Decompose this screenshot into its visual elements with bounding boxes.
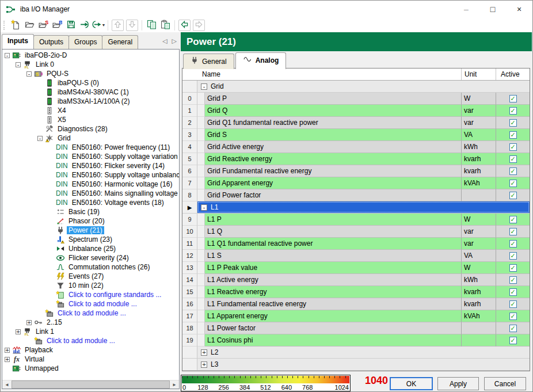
- active-checkbox[interactable]: ✓: [509, 264, 517, 272]
- active-checkbox[interactable]: ✓: [509, 313, 517, 320]
- signal-active-cell[interactable]: ✓: [496, 93, 530, 105]
- group-collapse-icon[interactable]: -: [201, 83, 207, 90]
- tree-expander-collapse-icon[interactable]: -: [37, 136, 43, 141]
- signal-name-cell[interactable]: Grid Q: [205, 105, 462, 117]
- import-button[interactable]: [78, 19, 92, 32]
- tree-item-link-1[interactable]: +FLLink 1: [2, 327, 179, 336]
- group-row-body[interactable]: +L2: [197, 347, 530, 358]
- paste-button[interactable]: [158, 19, 172, 32]
- tree-item-x4[interactable]: X4: [2, 106, 179, 115]
- signal-name-cell[interactable]: L1 S: [205, 250, 462, 262]
- signal-unit-cell[interactable]: W: [462, 214, 496, 226]
- signal-name-cell[interactable]: Grid Active energy: [205, 141, 462, 153]
- tree-item-click-to-add-module[interactable]: Click to add module ...: [2, 299, 179, 309]
- tree-item-en50160-flicker-severity-14[interactable]: DINEN50160: Flicker severity (14): [2, 161, 179, 170]
- signal-unit-cell[interactable]: kvarh: [462, 165, 496, 177]
- export-button[interactable]: ▼: [92, 19, 105, 32]
- ok-button[interactable]: OK: [390, 377, 433, 390]
- minimize-button[interactable]: –: [453, 1, 479, 18]
- group-row-body[interactable]: -L1: [197, 201, 530, 213]
- signal-name-cell[interactable]: Grid S: [205, 129, 462, 141]
- signal-unit-cell[interactable]: kVAh: [462, 177, 496, 189]
- signal-name-cell[interactable]: L1 P Peak value: [205, 262, 462, 274]
- open-b-button[interactable]: B: [50, 19, 64, 32]
- tree-horizontal-scrollbar[interactable]: ◄ ►: [2, 380, 179, 389]
- group-row-l2[interactable]: +L2: [182, 347, 530, 359]
- copy-button[interactable]: [144, 19, 158, 32]
- tree-item-en50160-supply-voltage-variation-13[interactable]: DINEN50160: Supply voltage variation (13…: [2, 152, 179, 161]
- signal-active-cell[interactable]: ✓: [496, 177, 530, 189]
- signal-row-13[interactable]: 13L1 P Peak valueW✓: [182, 262, 530, 274]
- signal-unit-cell[interactable]: var: [462, 117, 496, 129]
- tree-item-diagnostics-28[interactable]: Diagnostics (28): [2, 124, 179, 134]
- signal-active-cell[interactable]: ✓: [496, 117, 530, 129]
- apply-button[interactable]: Apply: [437, 377, 479, 390]
- signal-active-cell[interactable]: ✓: [496, 334, 530, 347]
- signal-name-cell[interactable]: L1 Apparent energy: [205, 310, 462, 322]
- active-checkbox[interactable]: ✓: [509, 95, 517, 102]
- move-down-button[interactable]: [126, 20, 138, 31]
- tree-item-playback[interactable]: +Playback: [2, 345, 179, 355]
- group-row-body[interactable]: +L3: [197, 359, 530, 370]
- signal-row-2[interactable]: 2Grid Q1 fundamental reactive powervar✓: [182, 117, 530, 129]
- signal-name-cell[interactable]: Grid Reactive energy: [205, 153, 462, 165]
- signal-row-7[interactable]: 7Grid Apparent energykVAh✓: [182, 177, 530, 189]
- tree-item-en50160-voltage-events-18[interactable]: DINEN50160: Voltage events (18): [2, 198, 179, 207]
- scrollbar-thumb[interactable]: [12, 380, 170, 389]
- signal-active-cell[interactable]: ✓: [496, 189, 530, 201]
- scroll-left-icon[interactable]: ◄: [2, 380, 12, 389]
- tree-item-events-27[interactable]: Events (27): [2, 272, 179, 281]
- signal-name-cell[interactable]: Grid Apparent energy: [205, 177, 462, 189]
- active-checkbox[interactable]: ✓: [509, 143, 517, 151]
- cancel-button[interactable]: Cancel: [484, 377, 526, 390]
- signal-row-5[interactable]: 5Grid Reactive energykvarh✓: [182, 153, 530, 165]
- active-checkbox[interactable]: ✓: [509, 155, 517, 163]
- tree-item-2-15[interactable]: +2..15: [2, 318, 179, 327]
- signal-row-18[interactable]: 18L1 Power factor✓: [182, 322, 530, 334]
- tab-scroll-right-icon[interactable]: ▷: [172, 37, 176, 45]
- group-expand-icon[interactable]: +: [201, 349, 207, 356]
- signal-active-cell[interactable]: ✓: [496, 141, 530, 153]
- tree-expander-expand-icon[interactable]: +: [16, 329, 21, 334]
- signal-row-9[interactable]: 9L1 PW✓: [182, 214, 530, 226]
- active-checkbox[interactable]: ✓: [509, 228, 517, 235]
- active-checkbox[interactable]: ✓: [509, 168, 517, 175]
- active-checkbox[interactable]: ✓: [509, 300, 517, 308]
- tree-expander-expand-icon[interactable]: +: [5, 348, 10, 353]
- tree-item-power-21[interactable]: Power (21): [2, 226, 179, 235]
- scroll-right-icon[interactable]: ►: [170, 380, 179, 389]
- group-row-l3[interactable]: +L3: [182, 359, 530, 371]
- signal-row-10[interactable]: 10L1 Qvar✓: [182, 226, 530, 238]
- tree-item-click-to-add-module[interactable]: Click to add module ...: [2, 309, 179, 318]
- signal-name-cell[interactable]: L1 Q1 fundamental reactive power: [205, 238, 462, 250]
- tree-item-grid[interactable]: -Grid: [2, 134, 179, 143]
- tree-expander-collapse-icon[interactable]: -: [5, 53, 10, 58]
- tree-item-virtual[interactable]: +fxVirtual: [2, 355, 179, 364]
- signal-name-cell[interactable]: Grid Fundamental reactive energy: [205, 165, 462, 177]
- column-header-active[interactable]: Active: [496, 68, 530, 80]
- signal-unit-cell[interactable]: VA: [462, 250, 496, 262]
- active-checkbox[interactable]: ✓: [509, 240, 517, 248]
- active-checkbox[interactable]: ✓: [509, 192, 517, 199]
- tab-inputs[interactable]: Inputs: [2, 34, 34, 49]
- signal-unit-cell[interactable]: var: [462, 105, 496, 117]
- signal-row-4[interactable]: 4Grid Active energykWh✓: [182, 141, 530, 153]
- maximize-button[interactable]: □: [479, 1, 506, 18]
- active-checkbox[interactable]: ✓: [509, 131, 517, 139]
- active-checkbox[interactable]: ✓: [509, 337, 517, 344]
- tree-item-commutation-notches-26[interactable]: Commutation notches (26): [2, 262, 179, 272]
- signal-unit-cell[interactable]: var: [462, 226, 496, 238]
- signal-row-16[interactable]: 16L1 Fundamental reactive energykvarh✓: [182, 298, 530, 310]
- active-checkbox[interactable]: ✓: [509, 325, 517, 332]
- signal-row-19[interactable]: 19L1 Cosinus phi✓: [182, 334, 530, 347]
- group-expand-icon[interactable]: +: [201, 361, 207, 368]
- signal-unit-cell[interactable]: W: [462, 93, 496, 105]
- signal-unit-cell[interactable]: kWh: [462, 141, 496, 153]
- signal-row-3[interactable]: 3Grid SVA✓: [182, 129, 530, 141]
- dropdown-caret-icon[interactable]: ▼: [102, 23, 106, 27]
- signal-active-cell[interactable]: ✓: [496, 250, 530, 262]
- tree-item-ibapqu-s-0[interactable]: ibaPQU-S (0): [2, 78, 179, 87]
- tree-expander-collapse-icon[interactable]: -: [26, 71, 32, 77]
- tab-analog[interactable]: Analog: [235, 52, 287, 69]
- signal-name-cell[interactable]: L1 Cosinus phi: [205, 334, 462, 347]
